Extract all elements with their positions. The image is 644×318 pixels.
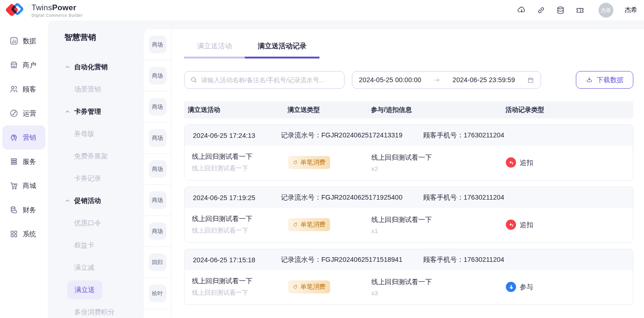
rail-cell: 商场 bbox=[144, 29, 171, 60]
username[interactable]: 杰希 bbox=[625, 6, 638, 14]
type-badge-label: 单笔消费 bbox=[300, 158, 325, 167]
ticket-icon[interactable] bbox=[575, 6, 585, 15]
record-card: 2024-06-25 17:15:18 记录流水号：FGJR2024062517… bbox=[184, 249, 633, 305]
rail-store-button[interactable]: 商场 bbox=[149, 191, 166, 209]
sidebar-item[interactable]: 财务 bbox=[0, 198, 48, 222]
submenu-entry[interactable]: 满立减 bbox=[64, 256, 144, 279]
sidebar-item-icon bbox=[9, 133, 19, 142]
rail-cell: 商场 bbox=[144, 123, 171, 154]
record-datetime: 2024-06-25 17:19:25 bbox=[193, 194, 281, 201]
submenu-entry[interactable]: 自动化营销 bbox=[64, 56, 144, 78]
submenu-entry[interactable]: 卡券管理 bbox=[64, 100, 144, 123]
record-datetime: 2024-06-25 17:24:13 bbox=[193, 132, 281, 139]
cloud-download-icon[interactable] bbox=[517, 6, 526, 15]
avatar[interactable]: 杰希 bbox=[599, 3, 613, 18]
deduct-icon bbox=[506, 220, 516, 230]
submenu-entry[interactable]: 多倍消费积分 bbox=[64, 301, 144, 318]
info-count: x2 bbox=[371, 165, 506, 172]
record-serial: 记录流水号：FGJR20240625171518941 bbox=[281, 255, 402, 264]
sidebar-item[interactable]: 商户 bbox=[0, 53, 48, 77]
info-count: x3 bbox=[371, 290, 506, 297]
submenu-entry[interactable]: 权益卡 bbox=[64, 234, 144, 256]
submenu-entry-label: 优惠口令 bbox=[64, 219, 101, 227]
sidebar-item-label: 商城 bbox=[23, 182, 36, 190]
tab[interactable]: 满立送活动 bbox=[184, 36, 245, 58]
submenu-panel: 智慧营销 自动化营销 场景营销 卡券管理 bbox=[48, 20, 144, 318]
rail-cell: 商场 bbox=[144, 216, 171, 247]
record-phone: 顾客手机号：17630211204 bbox=[423, 255, 504, 264]
chevron-up-icon bbox=[64, 109, 70, 115]
record-type-label: 参与 bbox=[520, 283, 533, 292]
download-data-button[interactable]: 下载数据 bbox=[576, 71, 633, 89]
sidebar-item-icon bbox=[9, 205, 19, 214]
tabs: 满立送活动 满立送活动记录 bbox=[184, 36, 633, 58]
top-actions: 杰希 杰希 bbox=[517, 3, 638, 18]
database-icon[interactable] bbox=[556, 6, 565, 15]
activity-cell: 线上回归测试看一下 线上回归测试看一下 bbox=[192, 214, 288, 235]
link-icon[interactable] bbox=[536, 6, 546, 15]
rail-store-button[interactable]: 商场 bbox=[149, 160, 166, 178]
rail-store-button[interactable]: 商场 bbox=[149, 98, 166, 116]
brand-name: TwinsPower bbox=[32, 3, 83, 13]
rail-store-button[interactable]: 商场 bbox=[149, 36, 166, 53]
rail-store-button[interactable]: 商场 bbox=[149, 67, 166, 84]
submenu-entry[interactable]: 优惠口令 bbox=[64, 212, 144, 234]
sidebar-item-icon bbox=[9, 109, 19, 118]
rail-cell: 商场 bbox=[144, 60, 171, 91]
sidebar-item-label: 服务 bbox=[23, 157, 36, 166]
date-range-start[interactable]: 2024-05-25 00:00:00 bbox=[359, 76, 421, 84]
sidebar-item[interactable]: 数据 bbox=[0, 29, 48, 53]
submenu-entry[interactable]: 场景营销 bbox=[64, 78, 144, 100]
calendar-icon[interactable] bbox=[527, 77, 534, 84]
sidebar-item-icon bbox=[9, 84, 19, 94]
type-badge-label: 单笔消费 bbox=[300, 221, 325, 229]
filter-bar: 2024-05-25 00:00:00 2024-06-25 23:59:59 … bbox=[184, 71, 633, 89]
submenu-entry[interactable]: 券母版 bbox=[64, 123, 144, 145]
chevron-up-icon bbox=[64, 198, 70, 204]
search-box[interactable] bbox=[184, 71, 344, 89]
submenu-entry[interactable]: 促销活动 bbox=[64, 189, 144, 212]
table-column-header: 满立送类型 bbox=[287, 106, 371, 114]
info-name: 线上回归测试看一下 bbox=[371, 278, 506, 286]
activity-cell: 线上回归测试看一下 线上回归测试看一下 bbox=[192, 277, 288, 297]
rail-store-button[interactable]: 商场 bbox=[149, 129, 166, 147]
search-input[interactable] bbox=[201, 77, 338, 84]
refresh-icon bbox=[293, 284, 298, 290]
sidebar-item-label: 营销 bbox=[23, 133, 36, 142]
rail-store-button[interactable]: 拾叶 bbox=[149, 285, 166, 302]
date-range-end[interactable]: 2024-06-25 23:59:59 bbox=[453, 76, 515, 84]
submenu-entry[interactable]: 免费券展架 bbox=[64, 145, 144, 167]
submenu-entry[interactable]: 满立送 bbox=[64, 279, 144, 301]
submenu-entry-label: 自动化营销 bbox=[74, 63, 108, 71]
search-icon bbox=[190, 76, 198, 84]
submenu-entry[interactable]: 卡券记录 bbox=[64, 167, 144, 189]
main-content: 满立送活动 满立送活动记录 2024-05-25 00:00:00 2024-0… bbox=[172, 29, 644, 318]
record-type-cell: 追扣 bbox=[506, 157, 633, 168]
top-bar: TwinsPower Digital Commerce Builder 杰希 杰… bbox=[0, 0, 644, 20]
rail-cell: 商场 bbox=[144, 91, 171, 123]
download-data-label: 下载数据 bbox=[597, 76, 624, 84]
chevron-up-icon bbox=[64, 64, 70, 70]
sidebar-item[interactable]: 营销 bbox=[2, 125, 45, 149]
sidebar-item[interactable]: 运营 bbox=[0, 101, 48, 125]
record-type-cell: 参与 bbox=[506, 282, 633, 292]
sidebar-item[interactable]: 商城 bbox=[0, 174, 48, 198]
rail-store-button[interactable]: 商场 bbox=[149, 222, 166, 240]
sidebar-item[interactable]: 服务 bbox=[0, 149, 48, 174]
date-range-picker[interactable]: 2024-05-25 00:00:00 2024-06-25 23:59:59 bbox=[352, 71, 541, 89]
sidebar-item-icon bbox=[9, 36, 19, 45]
activity-name: 线上回归测试看一下 bbox=[192, 152, 288, 161]
record-card-body: 线上回归测试看一下 线上回归测试看一下 单笔消费 线上回归测试看一下 x3 bbox=[185, 270, 633, 305]
record-type-cell: 追扣 bbox=[506, 220, 633, 230]
submenu-entry-label: 权益卡 bbox=[64, 241, 95, 250]
record-list: 2024-06-25 17:24:13 记录流水号：FGJR2024062517… bbox=[184, 124, 633, 305]
sidebar-item-label: 运营 bbox=[23, 109, 36, 118]
sidebar-item[interactable]: 顾客 bbox=[0, 77, 48, 101]
table-header: 满立送活动满立送类型参与/追扣信息活动记录类型 bbox=[184, 101, 633, 118]
submenu-entry-label: 券母版 bbox=[64, 130, 95, 138]
tab[interactable]: 满立送活动记录 bbox=[245, 36, 319, 58]
info-name: 线上回归测试看一下 bbox=[371, 153, 506, 162]
rail-store-button[interactable]: 回归 bbox=[149, 253, 166, 271]
sidebar-item[interactable]: 系统 bbox=[0, 222, 48, 246]
record-datetime: 2024-06-25 17:15:18 bbox=[193, 256, 281, 264]
